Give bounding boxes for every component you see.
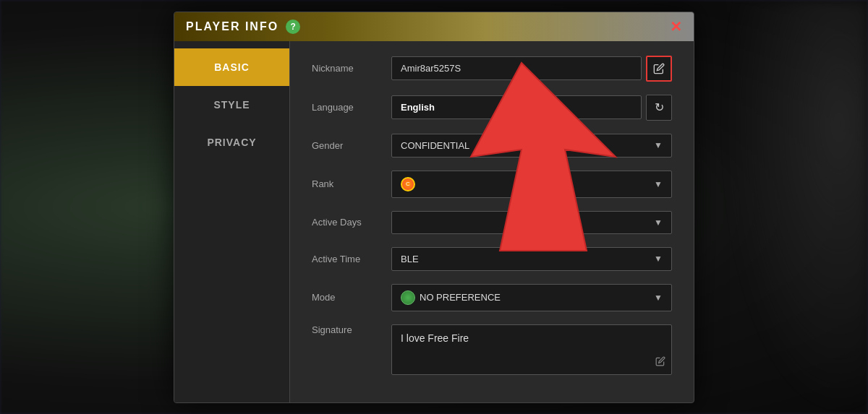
active-time-chevron-icon: ▼ (654, 254, 663, 264)
language-value: English (391, 95, 642, 119)
signature-value: I love Free Fire (401, 332, 469, 344)
signature-field[interactable]: I love Free Fire (391, 324, 672, 375)
active-time-label: Active Time (312, 254, 391, 264)
gender-control: CONFIDENTIAL ▼ (391, 134, 672, 158)
active-days-chevron-icon: ▼ (654, 217, 663, 228)
sidebar: BASIC STYLE PRIVACY (174, 41, 290, 402)
active-time-dropdown[interactable]: BLE ▼ (391, 247, 672, 271)
nickname-input[interactable] (391, 56, 642, 80)
nickname-control (391, 56, 672, 82)
active-time-row: Active Time BLE ▼ (312, 247, 672, 271)
language-refresh-button[interactable]: ↻ (646, 95, 672, 121)
rank-row: Rank C ▼ (312, 171, 672, 198)
gender-dropdown[interactable]: CONFIDENTIAL ▼ (391, 134, 672, 158)
signature-control: I love Free Fire (391, 324, 672, 375)
rank-dropdown[interactable]: C ▼ (391, 171, 672, 198)
active-days-dropdown[interactable]: ▼ (391, 211, 672, 234)
mode-row: Mode NO PREFERENCE ▼ (312, 284, 672, 311)
modal-header: PLAYER INFO ? ✕ (174, 12, 694, 41)
language-label: Language (312, 102, 391, 113)
active-time-value: BLE (401, 254, 419, 264)
language-row: Language English ↻ (312, 95, 672, 121)
rank-control: C ▼ (391, 171, 672, 198)
active-days-row: Active Days ▼ (312, 211, 672, 234)
mode-label: Mode (312, 292, 391, 303)
rank-dropdown-inner: C (401, 177, 415, 191)
modal-title-area: PLAYER INFO ? (186, 20, 300, 34)
rank-label: Rank (312, 178, 391, 189)
help-icon[interactable]: ? (286, 20, 300, 34)
gender-row: Gender CONFIDENTIAL ▼ (312, 134, 672, 158)
gender-chevron-icon: ▼ (654, 140, 663, 150)
sidebar-item-privacy[interactable]: PRIVACY (174, 124, 289, 161)
signature-edit-button[interactable] (655, 356, 665, 368)
nickname-label: Nickname (312, 63, 391, 74)
signature-label: Signature (312, 324, 391, 335)
modal-title: PLAYER INFO (186, 20, 278, 33)
mode-value: NO PREFERENCE (420, 292, 501, 303)
mode-dropdown[interactable]: NO PREFERENCE ▼ (391, 284, 672, 311)
modal-body: BASIC STYLE PRIVACY Nickname (174, 41, 694, 402)
active-time-control: BLE ▼ (391, 247, 672, 271)
sidebar-item-basic[interactable]: BASIC (174, 48, 289, 86)
mode-chevron-icon: ▼ (654, 293, 663, 303)
nickname-row: Nickname (312, 56, 672, 82)
close-button[interactable]: ✕ (670, 20, 682, 34)
content-area: Nickname Language (290, 41, 694, 402)
mode-dropdown-inner: NO PREFERENCE (401, 290, 501, 305)
active-days-control: ▼ (391, 211, 672, 234)
mode-icon (401, 290, 415, 305)
rank-icon: C (401, 177, 415, 191)
language-control: English ↻ (391, 95, 672, 121)
sidebar-item-style[interactable]: STYLE (174, 86, 289, 124)
nickname-edit-button[interactable] (646, 56, 672, 82)
player-info-modal: PLAYER INFO ? ✕ BASIC STYLE PRIVACY (174, 12, 694, 403)
rank-chevron-icon: ▼ (654, 179, 663, 189)
mode-control: NO PREFERENCE ▼ (391, 284, 672, 311)
active-days-label: Active Days (312, 217, 391, 228)
gender-label: Gender (312, 140, 391, 151)
signature-row: Signature I love Free Fire (312, 324, 672, 375)
gender-value: CONFIDENTIAL (401, 140, 469, 151)
